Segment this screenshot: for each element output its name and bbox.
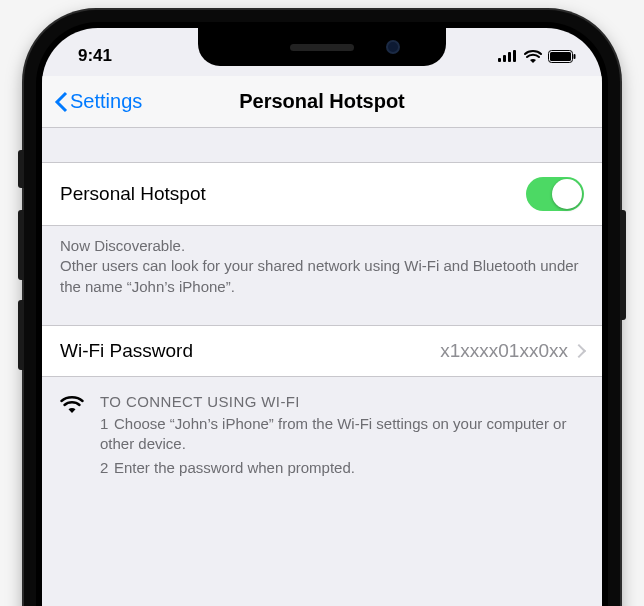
wifi-instruction-icon — [60, 393, 84, 483]
screen: 9:41 — [42, 28, 602, 606]
svg-rect-1 — [503, 55, 506, 62]
svg-rect-6 — [574, 54, 576, 59]
hotspot-toggle-row[interactable]: Personal Hotspot — [42, 162, 602, 226]
discoverable-body: Other users can look for your shared net… — [60, 256, 584, 297]
phone-frame: 9:41 — [24, 10, 620, 606]
speaker-grille — [290, 44, 354, 51]
hotspot-toggle[interactable] — [526, 177, 584, 211]
section-spacer — [42, 128, 602, 162]
status-time: 9:41 — [78, 46, 112, 66]
front-camera — [386, 40, 400, 54]
battery-icon — [548, 50, 576, 63]
back-label: Settings — [70, 90, 142, 113]
section-spacer — [42, 303, 602, 325]
toggle-knob — [552, 179, 582, 209]
svg-rect-0 — [498, 58, 501, 62]
svg-rect-2 — [508, 52, 511, 62]
volume-down-button — [18, 300, 24, 370]
volume-up-button — [18, 210, 24, 280]
discoverable-headline: Now Discoverable. — [60, 236, 584, 256]
power-button — [620, 210, 626, 320]
cellular-icon — [498, 50, 518, 62]
svg-rect-5 — [550, 52, 571, 61]
wifi-password-label: Wi-Fi Password — [60, 340, 193, 362]
chevron-left-icon — [54, 91, 68, 113]
bezel: 9:41 — [36, 22, 608, 606]
chevron-right-icon — [572, 344, 586, 358]
hotspot-toggle-label: Personal Hotspot — [60, 183, 206, 205]
nav-bar: Settings Personal Hotspot — [42, 76, 602, 128]
connect-instructions: TO CONNECT USING WI-FI 1Choose “John’s i… — [42, 377, 602, 483]
wifi-password-row[interactable]: Wi-Fi Password x1xxxx01xx0xx — [42, 325, 602, 377]
instruction-step-2: 2Enter the password when prompted. — [100, 458, 584, 478]
instructions-title: TO CONNECT USING WI-FI — [100, 393, 584, 410]
wifi-password-value: x1xxxx01xx0xx — [440, 340, 568, 362]
wifi-icon — [524, 50, 542, 63]
discoverable-footer: Now Discoverable. Other users can look f… — [42, 226, 602, 303]
silent-switch — [18, 150, 24, 188]
notch — [198, 28, 446, 66]
instruction-step-1: 1Choose “John’s iPhone” from the Wi-Fi s… — [100, 414, 584, 455]
back-button[interactable]: Settings — [54, 90, 142, 113]
svg-rect-3 — [513, 50, 516, 62]
